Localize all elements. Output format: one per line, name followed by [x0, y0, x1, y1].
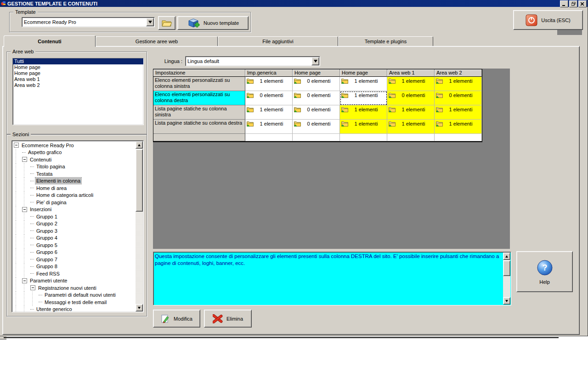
setting-value-cell[interactable]: 0 elementi: [293, 120, 340, 134]
setting-label-cell[interactable]: Elenco elementi personalizzati su colonn…: [153, 77, 245, 91]
tree-item[interactable]: Elementi in colonna: [35, 178, 81, 184]
setting-value-cell[interactable]: 0 elementi: [293, 91, 340, 105]
template-combobox[interactable]: Ecommerce Ready Pro: [22, 17, 155, 27]
table-column-header[interactable]: Home page: [340, 69, 387, 77]
setting-value-cell[interactable]: 1 elementi: [435, 105, 482, 120]
aree-web-listbox[interactable]: TuttiHome pageHome pageArea web 1Area we…: [12, 58, 144, 125]
scroll-down-icon[interactable]: [136, 304, 143, 311]
tree-item[interactable]: Gruppo 1: [35, 213, 58, 220]
tree-scrollbar[interactable]: [136, 141, 143, 311]
table-column-header[interactable]: Home page: [293, 69, 340, 77]
setting-value-cell[interactable]: 1 elementi: [387, 120, 435, 134]
description-scrollbar[interactable]: [503, 253, 510, 305]
description-scrollbar-thumb[interactable]: [503, 260, 510, 276]
setting-value-cell[interactable]: 0 elementi: [245, 91, 293, 105]
tree-leaf-dash-icon: [39, 295, 42, 295]
tree-item[interactable]: Ecommerce Ready Pro: [21, 142, 75, 149]
setting-label-cell[interactable]: Lista pagine statiche su colonna destra: [153, 120, 245, 134]
modifica-button[interactable]: Modifica: [153, 310, 200, 328]
setting-value-cell[interactable]: 1 elementi: [245, 77, 293, 91]
help-button-label: Help: [539, 279, 550, 285]
tab-file-aggiuntivi[interactable]: File aggiuntivi: [218, 36, 338, 46]
tree-item[interactable]: Aspetto grafico: [27, 149, 62, 155]
setting-value-cell[interactable]: 1 elementi: [340, 77, 387, 91]
tree-item[interactable]: Testata: [35, 171, 53, 177]
tree-item[interactable]: Gruppo 5: [35, 242, 58, 248]
setting-value-cell[interactable]: 0 elementi: [293, 105, 340, 120]
aree-web-item[interactable]: Tutti: [13, 58, 143, 64]
tree-item[interactable]: Gruppo 2: [35, 220, 58, 227]
setting-label-cell[interactable]: Elenco elementi personalizzati su colonn…: [153, 91, 245, 105]
impostazioni-table[interactable]: ImpostazioneImp.genericaHome pageHome pa…: [153, 69, 482, 142]
table-column-header[interactable]: Area web 2: [435, 69, 482, 77]
tree-row: Home di area: [14, 184, 136, 192]
tree-item[interactable]: Home di area: [35, 185, 68, 191]
browse-template-button[interactable]: [158, 16, 175, 30]
tree-item[interactable]: Registrazione nuovi utenti: [37, 285, 97, 291]
tree-item[interactable]: Titolo pagina: [35, 163, 66, 170]
tree-guide: [14, 263, 22, 270]
tree-collapse-icon[interactable]: [30, 285, 35, 290]
tree-item[interactable]: Gruppo 7: [35, 256, 58, 263]
setting-value-cell[interactable]: 1 elementi: [435, 120, 482, 134]
tree-item[interactable]: Inserzioni: [29, 206, 52, 213]
tree-scrollbar-thumb[interactable]: [136, 149, 143, 212]
sezioni-tree[interactable]: Ecommerce Ready ProAspetto graficoConten…: [11, 140, 144, 312]
tree-item[interactable]: Gruppo 6: [35, 249, 58, 255]
tree-collapse-icon[interactable]: [22, 157, 27, 162]
table-column-header[interactable]: Impostazione: [153, 69, 245, 77]
lingua-combobox-arrow[interactable]: [311, 57, 319, 65]
tree-item[interactable]: Home di categoria articoli: [35, 192, 94, 198]
restore-button[interactable]: [569, 0, 577, 7]
setting-value-cell[interactable]: 1 elementi: [245, 120, 293, 134]
scroll-down-icon[interactable]: [503, 297, 510, 305]
aree-web-group-label: Aree web: [11, 49, 35, 54]
elimina-button[interactable]: Elimina: [204, 310, 252, 328]
tab-gestione-aree-web[interactable]: Gestione aree web: [96, 36, 218, 46]
tree-item[interactable]: Gruppo 4: [35, 235, 58, 241]
aree-web-item[interactable]: Home page: [13, 64, 143, 70]
setting-value-cell[interactable]: 1 elementi: [340, 120, 387, 134]
setting-value-cell[interactable]: 1 elementi: [245, 105, 293, 120]
tree-item[interactable]: Utente generico: [35, 306, 73, 312]
setting-value-cell[interactable]: 1 elementi: [340, 91, 387, 105]
table-column-header[interactable]: Area web 1: [387, 69, 435, 77]
help-button[interactable]: ? Help: [516, 251, 573, 292]
tree-collapse-icon[interactable]: [14, 143, 19, 148]
setting-value-cell[interactable]: 0 elementi: [387, 91, 435, 105]
scroll-up-icon[interactable]: [136, 141, 143, 149]
tab-contenuti[interactable]: Contenuti: [4, 35, 96, 47]
setting-value-cell[interactable]: 0 elementi: [435, 91, 482, 105]
tab-template-e-plugins[interactable]: Template e plugins: [338, 36, 433, 46]
setting-value-cell[interactable]: 1 elementi: [387, 105, 435, 120]
setting-value-cell[interactable]: 0 elementi: [293, 77, 340, 91]
tree-item[interactable]: Parametri utente: [29, 277, 68, 284]
exit-button[interactable]: Uscita (ESC): [513, 10, 583, 30]
tree-row: Aspetto grafico: [14, 149, 136, 156]
tree-collapse-icon[interactable]: [22, 278, 27, 283]
minimize-button[interactable]: [560, 0, 568, 7]
tree-item[interactable]: Gruppo 3: [35, 228, 58, 234]
aree-web-item[interactable]: Home page: [13, 70, 143, 76]
tree-item[interactable]: Gruppo 8: [35, 263, 58, 270]
setting-value-cell[interactable]: 1 elementi: [435, 77, 482, 91]
scroll-up-icon[interactable]: [503, 253, 510, 260]
setting-label-cell[interactable]: Lista pagine statiche su colonna sinistr…: [153, 105, 245, 120]
tree-item[interactable]: Parametri di default nuovi utenti: [44, 292, 117, 298]
template-combobox-arrow[interactable]: [146, 18, 154, 26]
tree-item[interactable]: Pie' di pagina: [35, 199, 68, 206]
aree-web-item[interactable]: Area web 2: [13, 82, 143, 88]
tree-item[interactable]: Contenuti: [29, 156, 52, 163]
lingua-combobox[interactable]: Lingua default: [185, 56, 320, 66]
tree-collapse-icon[interactable]: [22, 207, 27, 212]
new-template-button[interactable]: Nuovo template: [177, 16, 249, 30]
tree-row: Messaggi e testi delle email: [14, 299, 136, 306]
setting-value-cell[interactable]: 1 elementi: [387, 77, 435, 91]
tree-item[interactable]: Messaggi e testi delle email: [44, 299, 107, 305]
close-button[interactable]: [578, 0, 587, 7]
tree-guide: [14, 220, 22, 228]
aree-web-item[interactable]: Area web 1: [13, 76, 143, 82]
setting-value-cell[interactable]: 1 elementi: [340, 105, 387, 120]
table-column-header[interactable]: Imp.generica: [245, 69, 293, 77]
tree-item[interactable]: Feed RSS: [35, 270, 61, 277]
